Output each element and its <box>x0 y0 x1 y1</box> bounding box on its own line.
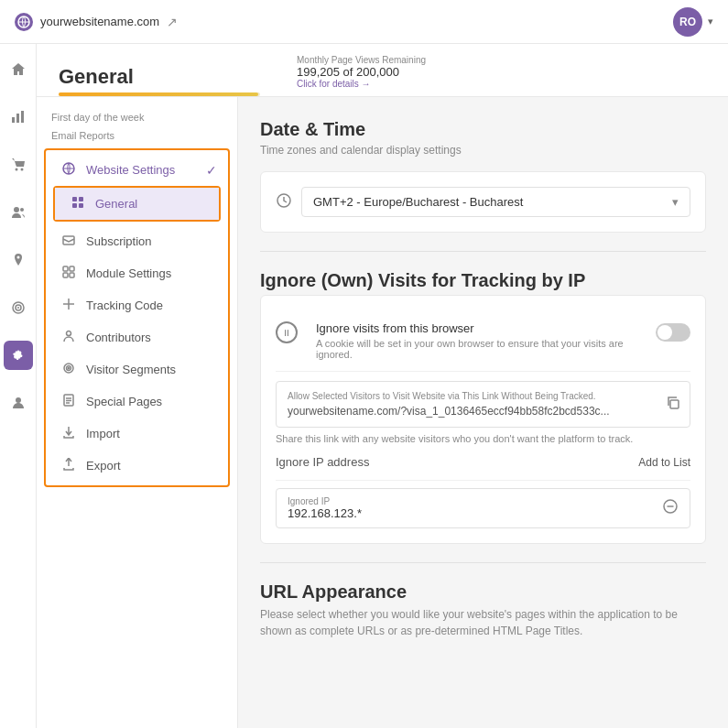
svg-point-12 <box>16 397 21 403</box>
avatar[interactable]: RO <box>673 7 702 37</box>
general-label: General <box>95 197 137 211</box>
sidebar-email-reports-label: Email Reports <box>37 130 237 148</box>
svg-point-6 <box>14 207 19 212</box>
sidebar-icon-flag[interactable] <box>4 293 33 322</box>
add-to-list-button[interactable]: Add to List <box>638 456 690 469</box>
website-settings-box: Website Settings ✓ General <box>44 148 230 487</box>
url-appearance-title: URL Appearance <box>260 581 706 603</box>
sidebar-item-subscription[interactable]: Subscription <box>46 225 228 257</box>
export-icon <box>60 458 77 473</box>
sidebar-icon-cart[interactable] <box>4 150 33 179</box>
subscription-icon <box>60 234 77 249</box>
sidebar-icon-pin[interactable] <box>4 245 33 275</box>
sidebar-item-special-pages[interactable]: Special Pages <box>46 386 228 418</box>
contributors-icon <box>60 330 77 345</box>
click-details-link[interactable]: Click for details → <box>297 79 426 89</box>
sidebar-item-website-settings[interactable]: Website Settings ✓ <box>46 154 228 186</box>
special-pages-label: Special Pages <box>86 395 162 408</box>
sidebar-item-export[interactable]: Export <box>46 450 228 482</box>
export-label: Export <box>86 459 121 473</box>
sidebar-icon-person[interactable] <box>4 388 33 418</box>
timezone-chevron-icon: ▾ <box>672 195 679 209</box>
sidebar-item-general[interactable]: General <box>55 188 219 220</box>
site-icon <box>15 13 33 31</box>
contributors-label: Contributors <box>86 331 151 344</box>
section-divider-1 <box>260 251 706 252</box>
icon-sidebar <box>0 44 37 728</box>
general-icon <box>70 196 86 212</box>
left-sidebar: First day of the week Email Reports Webs… <box>37 97 238 728</box>
page-views-count: 199,205 of 200,000 <box>297 65 426 79</box>
date-time-desc: Time zones and calendar display settings <box>260 144 706 157</box>
browser-ignore-title: Ignore visits from this browser <box>316 321 656 335</box>
svg-rect-14 <box>72 197 77 201</box>
timezone-row: GMT+2 - Europe/Bucharest - Bucharest ▾ <box>276 187 690 217</box>
main-layout: General Monthly Page Views Remaining 199… <box>0 44 728 728</box>
main-content: Date & Time Time zones and calendar disp… <box>238 97 728 728</box>
svg-rect-15 <box>79 197 83 201</box>
page-title: General <box>59 65 260 89</box>
subscription-label: Subscription <box>86 234 152 248</box>
sidebar-icon-home[interactable] <box>4 55 33 84</box>
copy-icon[interactable] <box>666 396 680 414</box>
timezone-card: GMT+2 - Europe/Bucharest - Bucharest ▾ <box>260 171 706 233</box>
browser-ignore-desc: A cookie will be set in your own browser… <box>316 338 656 360</box>
sidebar-first-day-label: First day of the week <box>37 112 237 130</box>
url-appearance-section: URL Appearance Please select whether you… <box>260 581 706 639</box>
sidebar-item-visitor-segments[interactable]: Visitor Segments <box>46 353 228 386</box>
ignore-text: Ignore visits from this browser A cookie… <box>316 321 656 360</box>
page-header: General Monthly Page Views Remaining 199… <box>37 44 728 97</box>
timezone-select[interactable]: GMT+2 - Europe/Bucharest - Bucharest ▾ <box>301 187 690 217</box>
sidebar-icon-settings[interactable] <box>4 341 33 370</box>
svg-point-25 <box>67 331 71 336</box>
sidebar-item-contributors[interactable]: Contributors <box>46 321 228 353</box>
ignore-visits-card: ⏸ Ignore visits from this browser A cook… <box>260 295 706 544</box>
pause-icon: ⏸ <box>276 321 298 343</box>
link-value: yourwebsitename.com/?visa_1_0136465eccf9… <box>288 405 639 418</box>
svg-rect-19 <box>63 266 68 271</box>
svg-rect-16 <box>72 203 77 208</box>
ignored-ip-label: Ignored IP <box>288 496 362 506</box>
svg-rect-17 <box>79 203 83 208</box>
svg-point-7 <box>20 208 24 212</box>
import-icon <box>60 426 77 441</box>
svg-point-4 <box>15 168 17 171</box>
module-settings-icon <box>60 266 77 281</box>
link-label: Allow Selected Visitors to Visit Website… <box>288 391 679 401</box>
topbar-right: RO ▾ <box>673 7 713 37</box>
import-label: Import <box>86 427 120 440</box>
topbar-left: yourwebsitename.com ↗ <box>15 13 178 31</box>
ignore-ip-row: Ignore IP address Add to List <box>276 444 690 481</box>
ignored-ip-box: Ignored IP 192.168.123.* <box>276 488 690 528</box>
sidebar-icon-chart[interactable] <box>4 103 33 132</box>
timezone-value: GMT+2 - Europe/Bucharest - Bucharest <box>313 195 523 209</box>
visitor-segments-icon <box>60 362 77 377</box>
svg-rect-2 <box>16 114 19 123</box>
section-divider-2 <box>260 562 706 563</box>
ignored-ip-info: Ignored IP 192.168.123.* <box>288 496 362 520</box>
sidebar-item-tracking-code[interactable]: Tracking Code <box>46 289 228 321</box>
svg-point-5 <box>20 168 23 171</box>
link-share-text: Share this link with any website visitor… <box>276 433 690 444</box>
website-settings-check-icon: ✓ <box>206 163 217 178</box>
page-views-section: Monthly Page Views Remaining 199,205 of … <box>297 55 426 96</box>
sidebar-icon-users[interactable] <box>4 198 33 227</box>
avatar-chevron-icon[interactable]: ▾ <box>708 16 713 27</box>
page-title-area: General <box>59 65 260 96</box>
content-wrapper: First day of the week Email Reports Webs… <box>37 97 728 728</box>
svg-point-11 <box>17 307 19 309</box>
ignore-visits-title: Ignore (Own) Visits for Tracking by IP <box>260 270 706 291</box>
svg-rect-3 <box>21 111 24 123</box>
general-item-box: General <box>53 186 221 222</box>
svg-rect-34 <box>670 400 679 408</box>
ignore-ip-label: Ignore IP address <box>276 455 369 469</box>
clock-icon <box>276 192 292 212</box>
sidebar-item-import[interactable]: Import <box>46 418 228 450</box>
sidebar-item-module-settings[interactable]: Module Settings <box>46 257 228 289</box>
svg-rect-20 <box>70 266 74 271</box>
svg-rect-21 <box>63 273 68 277</box>
ignore-browser-toggle[interactable] <box>656 323 690 342</box>
external-link-icon[interactable]: ↗ <box>167 15 178 29</box>
remove-ip-icon[interactable] <box>662 498 679 519</box>
date-time-title: Date & Time <box>260 119 706 140</box>
